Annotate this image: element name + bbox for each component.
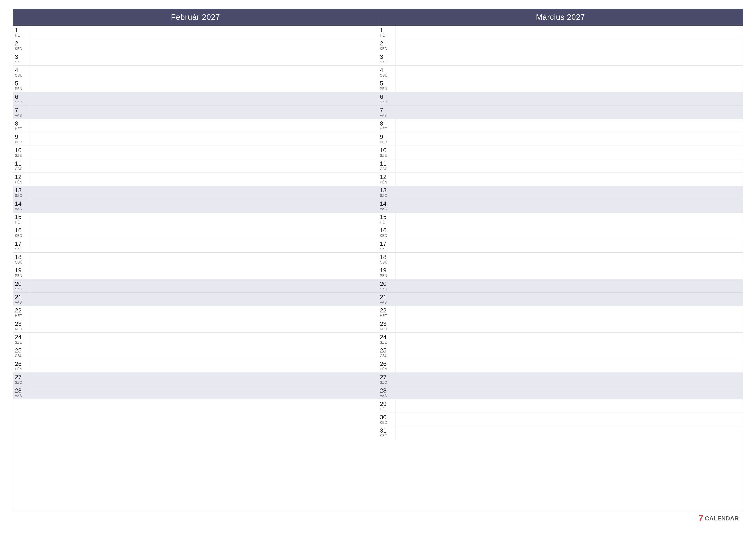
day-name: KED bbox=[380, 140, 387, 144]
day-name: SZO bbox=[15, 381, 22, 385]
day-name: SZE bbox=[380, 434, 387, 438]
day-row: 25CSÜ bbox=[13, 346, 378, 359]
day-content bbox=[395, 266, 743, 279]
day-number: 8 bbox=[15, 120, 18, 127]
day-row: 10SZE bbox=[378, 146, 743, 159]
day-number-cell: 6SZO bbox=[378, 92, 395, 106]
day-name: KED bbox=[15, 234, 22, 238]
day-name: PÉN bbox=[380, 367, 387, 371]
day-number: 4 bbox=[380, 67, 383, 74]
day-number-cell: 9KED bbox=[13, 132, 30, 145]
day-content bbox=[395, 26, 743, 39]
day-name: SZO bbox=[15, 194, 22, 198]
page: Február 2027 1HÉT2KED3SZE4CSÜ5PÉN6SZO7VA… bbox=[0, 0, 756, 534]
day-number-cell: 5PÉN bbox=[13, 79, 30, 92]
day-content bbox=[395, 319, 743, 332]
day-number: 1 bbox=[15, 27, 18, 34]
day-name: SZE bbox=[15, 341, 22, 344]
day-number-cell: 6SZO bbox=[13, 92, 30, 106]
day-row: 12PÉN bbox=[378, 172, 743, 186]
day-number-cell: 13SZO bbox=[13, 186, 30, 199]
day-number: 28 bbox=[15, 387, 21, 394]
day-number: 24 bbox=[15, 334, 21, 341]
day-name: CSÜ bbox=[15, 261, 22, 265]
day-name: HÉT bbox=[380, 220, 387, 224]
day-content bbox=[395, 306, 743, 319]
day-number-cell: 14VAS bbox=[378, 199, 395, 212]
day-row: 3SZE bbox=[378, 52, 743, 66]
day-number-cell: 10SZE bbox=[13, 146, 30, 159]
day-row: 28VAS bbox=[378, 386, 743, 399]
day-name: KED bbox=[15, 327, 22, 331]
day-number: 2 bbox=[15, 40, 18, 47]
day-row: 20SZO bbox=[13, 279, 378, 292]
day-name: SZE bbox=[15, 60, 22, 64]
day-number: 5 bbox=[15, 80, 18, 87]
day-name: PÉN bbox=[15, 367, 22, 371]
day-number-cell: 18CSÜ bbox=[13, 253, 30, 266]
day-number: 15 bbox=[15, 214, 21, 220]
day-row: 7VAS bbox=[13, 106, 378, 119]
day-name: KED bbox=[15, 47, 22, 51]
day-row: 6SZO bbox=[378, 92, 743, 106]
day-number: 27 bbox=[15, 374, 21, 381]
day-number: 16 bbox=[15, 227, 21, 234]
day-name: KED bbox=[380, 234, 387, 238]
day-row: 4CSÜ bbox=[13, 66, 378, 79]
day-number: 13 bbox=[15, 187, 21, 194]
day-number-cell: 11CSÜ bbox=[13, 159, 30, 172]
day-number: 9 bbox=[380, 134, 383, 140]
day-name: SZE bbox=[380, 247, 387, 251]
day-name: SZE bbox=[380, 154, 387, 158]
day-row: 10SZE bbox=[13, 146, 378, 159]
day-name: KED bbox=[380, 327, 387, 331]
watermark: 7 CALENDAR bbox=[698, 514, 739, 523]
day-name: SZE bbox=[380, 341, 387, 344]
day-number: 24 bbox=[380, 334, 387, 341]
day-content bbox=[30, 239, 378, 252]
day-row: 7VAS bbox=[378, 106, 743, 119]
day-name: HÉT bbox=[15, 34, 22, 38]
day-row: 27SZO bbox=[13, 373, 378, 386]
day-number: 21 bbox=[15, 294, 21, 301]
day-content bbox=[30, 79, 378, 92]
day-content bbox=[30, 306, 378, 319]
day-row: 1HÉT bbox=[378, 26, 743, 39]
day-content bbox=[30, 172, 378, 186]
day-number: 23 bbox=[380, 320, 387, 327]
day-name: PÉN bbox=[380, 274, 387, 278]
day-name: SZE bbox=[15, 154, 22, 158]
day-number: 14 bbox=[15, 200, 21, 207]
day-row: 5PÉN bbox=[13, 79, 378, 92]
day-row: 25CSÜ bbox=[378, 346, 743, 359]
day-row: 26PÉN bbox=[378, 359, 743, 373]
day-name: HÉT bbox=[380, 407, 387, 411]
day-name: VAS bbox=[380, 114, 387, 117]
day-name: VAS bbox=[380, 301, 387, 304]
day-number-cell: 29HÉT bbox=[378, 399, 395, 413]
day-content bbox=[395, 159, 743, 172]
day-row: 17SZE bbox=[378, 239, 743, 253]
day-name: SZO bbox=[15, 287, 22, 291]
day-name: HÉT bbox=[15, 220, 22, 224]
day-number-cell: 21VAS bbox=[13, 292, 30, 306]
day-number: 8 bbox=[380, 120, 383, 127]
day-content bbox=[30, 199, 378, 212]
day-number: 12 bbox=[380, 174, 387, 180]
day-number: 5 bbox=[380, 80, 383, 87]
day-row: 20SZO bbox=[378, 279, 743, 292]
day-name: VAS bbox=[15, 207, 22, 211]
day-number-cell: 19PÉN bbox=[13, 266, 30, 279]
day-row: 22HÉT bbox=[378, 306, 743, 319]
day-number: 22 bbox=[15, 307, 21, 314]
calendars-container: Február 2027 1HÉT2KED3SZE4CSÜ5PÉN6SZO7VA… bbox=[13, 9, 743, 511]
day-number-cell: 15HÉT bbox=[378, 213, 395, 226]
day-content bbox=[395, 426, 743, 440]
day-number-cell: 2KED bbox=[13, 39, 30, 52]
day-number: 7 bbox=[380, 107, 383, 114]
day-content bbox=[395, 399, 743, 413]
day-number: 18 bbox=[380, 254, 387, 261]
day-number: 7 bbox=[15, 107, 18, 114]
day-content bbox=[395, 226, 743, 239]
day-content bbox=[30, 386, 378, 399]
